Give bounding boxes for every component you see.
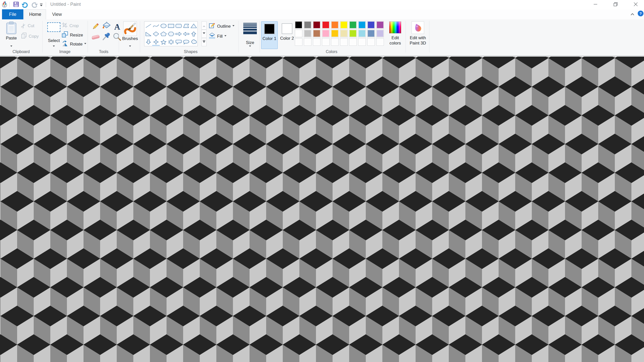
palette-swatch-7f7f7f[interactable] <box>304 21 311 29</box>
shape-five-point-star[interactable] <box>160 38 167 46</box>
palette-swatch-efe4b0[interactable] <box>340 30 348 37</box>
shape-rounded-callout[interactable] <box>175 38 182 46</box>
crop-label: Crop <box>69 23 79 28</box>
eraser-tool-button[interactable] <box>91 33 100 42</box>
shape-hexagon[interactable] <box>167 30 175 38</box>
palette-swatch-ffffff[interactable] <box>295 30 302 37</box>
shape-rounded-rectangle-icon <box>175 23 182 29</box>
shape-six-point-star[interactable] <box>167 38 175 46</box>
copy-button: Copy <box>21 32 39 40</box>
shape-up-arrow[interactable] <box>190 30 197 38</box>
color1-button[interactable]: Color 1 <box>261 21 278 49</box>
brushes-button[interactable]: Brushes <box>121 21 139 53</box>
shape-curve[interactable] <box>152 22 160 30</box>
shape-polygon[interactable] <box>182 22 190 30</box>
palette-swatch-empty[interactable] <box>340 38 348 46</box>
qat-menu-icon[interactable] <box>39 3 43 8</box>
drawing-canvas[interactable] <box>0 57 644 362</box>
palette-swatch-empty[interactable] <box>349 38 357 46</box>
shape-triangle[interactable] <box>190 22 197 30</box>
palette-swatch-ff7f27[interactable] <box>331 21 339 29</box>
shape-diamond[interactable] <box>152 30 160 38</box>
help-button[interactable]: ? <box>638 11 643 16</box>
tab-home[interactable]: Home <box>24 9 46 19</box>
shape-down-arrow[interactable] <box>145 38 152 46</box>
shape-right-arrow[interactable] <box>175 30 182 38</box>
palette-swatch-c3c3c3[interactable] <box>304 30 311 37</box>
palette-swatch-ffc90e[interactable] <box>331 30 339 37</box>
palette-swatch-00a2e8[interactable] <box>358 21 366 29</box>
shape-rectangle[interactable] <box>167 22 175 30</box>
outline-label: Outline <box>217 24 231 29</box>
shape-hexagon-icon <box>168 31 175 37</box>
palette-swatch-fff200[interactable] <box>340 21 348 29</box>
group-separator <box>429 21 429 53</box>
fill-tool-button[interactable] <box>102 22 111 31</box>
palette-swatch-ffaec9[interactable] <box>322 30 330 37</box>
outline-button[interactable]: Outline <box>209 22 234 30</box>
tab-view[interactable]: View <box>46 9 68 19</box>
image-group-label: Image <box>47 50 83 54</box>
shape-six-point-star-icon <box>168 39 175 45</box>
palette-swatch-empty[interactable] <box>304 38 311 46</box>
palette-swatch-empty[interactable] <box>313 38 320 46</box>
color2-button[interactable]: Color 2 <box>279 21 295 49</box>
undo-icon[interactable] <box>22 1 29 9</box>
shape-fill-button[interactable]: Fill <box>209 32 226 40</box>
palette-swatch-empty[interactable] <box>376 38 384 46</box>
shape-partial-next-row[interactable] <box>152 45 160 46</box>
close-button[interactable] <box>630 0 641 9</box>
shapes-scroll-down-button[interactable] <box>202 30 207 38</box>
magnifier-tool-button[interactable] <box>113 33 122 42</box>
palette-swatch-b5e61d[interactable] <box>349 30 357 37</box>
palette-swatch-ed1c24[interactable] <box>322 21 330 29</box>
shape-pentagon[interactable] <box>160 30 167 38</box>
palette-swatch-empty[interactable] <box>331 38 339 46</box>
palette-swatch-empty[interactable] <box>322 38 330 46</box>
shape-rounded-rectangle[interactable] <box>175 22 182 30</box>
shapes-scroll-up-icon <box>203 24 205 27</box>
palette-swatch-000000[interactable] <box>295 21 302 29</box>
tab-file[interactable]: File <box>2 9 23 19</box>
edit-colors-button[interactable]: Edit colors <box>387 21 403 53</box>
restore-button[interactable] <box>610 0 621 9</box>
palette-swatch-b97a57[interactable] <box>313 30 320 37</box>
palette-swatch-empty[interactable] <box>295 38 302 46</box>
shape-right-triangle[interactable] <box>145 30 152 38</box>
shape-oval-callout-icon <box>183 39 190 45</box>
edit-colors-icon <box>389 21 401 33</box>
paste-button[interactable]: Paste <box>3 21 20 53</box>
select-label: Select <box>45 38 63 43</box>
palette-swatch-3f48cc[interactable] <box>367 21 375 29</box>
pencil-tool-button[interactable] <box>91 22 100 31</box>
ribbon-collapse-button[interactable] <box>629 11 636 18</box>
palette-swatch-880015[interactable] <box>313 21 320 29</box>
resize-button[interactable]: Resize <box>62 31 83 39</box>
select-button[interactable]: Select <box>45 21 63 53</box>
palette-swatch-c8bfe7[interactable] <box>376 30 384 37</box>
shape-line[interactable] <box>145 22 152 30</box>
palette-swatch-a349a4[interactable] <box>376 21 384 29</box>
minimize-button[interactable] <box>590 0 601 9</box>
palette-swatch-empty[interactable] <box>358 38 366 46</box>
paste-dropdown-caret <box>10 46 12 48</box>
palette-swatch-99d9ea[interactable] <box>358 30 366 37</box>
rotate-button[interactable]: Rotate <box>62 40 86 48</box>
palette-swatch-empty[interactable] <box>367 38 375 46</box>
color-picker-tool-button[interactable] <box>102 32 111 41</box>
edit-with-paint3d-button[interactable]: Edit with Paint 3D <box>408 21 428 53</box>
shape-left-arrow[interactable] <box>182 30 190 38</box>
size-button[interactable]: Size <box>241 21 259 53</box>
fill-bucket-icon <box>102 21 111 31</box>
shapes-more-button[interactable] <box>202 38 207 46</box>
palette-swatch-22b14c[interactable] <box>349 21 357 29</box>
text-tool-button[interactable]: A <box>113 22 122 31</box>
shape-oval-callout[interactable] <box>182 38 190 46</box>
save-icon[interactable] <box>13 1 19 8</box>
shape-ellipse[interactable] <box>160 22 167 30</box>
rotate-icon <box>62 40 68 48</box>
cut-button: ✂ Cut <box>21 22 34 29</box>
palette-swatch-7092be[interactable] <box>367 30 375 37</box>
shape-cloud-callout[interactable] <box>190 38 197 46</box>
cut-label: Cut <box>28 23 34 28</box>
